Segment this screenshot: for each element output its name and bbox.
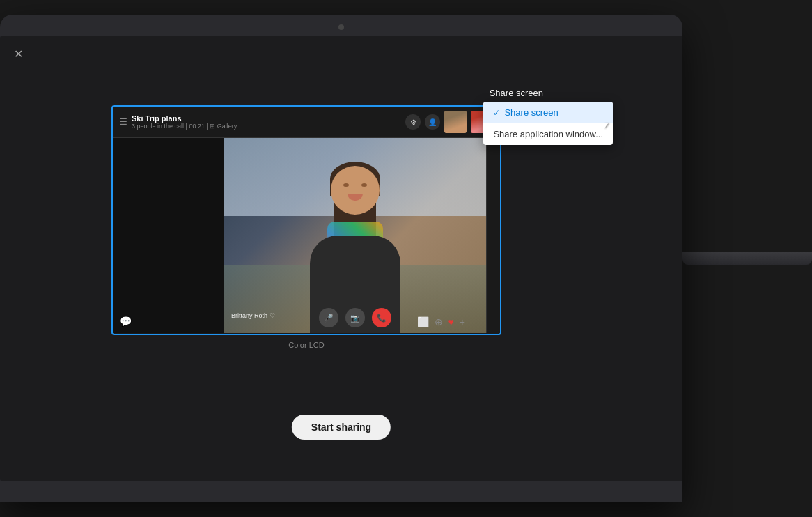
call-video-area: Brittany Roth ♡ 🎤 📷 📞 ⬜ ⊕ ♥ + <box>113 138 500 333</box>
screen-label: Color LCD <box>111 341 501 349</box>
dropdown-item-share-screen[interactable]: ✓ Share screen <box>483 102 613 123</box>
start-sharing-button[interactable]: Start sharing <box>292 415 391 440</box>
laptop-base <box>682 252 812 265</box>
video-name-tag: Brittany Roth ♡ <box>231 312 275 319</box>
chat-icon[interactable]: 💬 <box>120 316 132 327</box>
video-left-panel <box>113 138 224 333</box>
bottom-controls: ⬜ ⊕ ♥ + <box>417 316 466 327</box>
avatar-person1 <box>444 111 467 133</box>
video-main: Brittany Roth ♡ 🎤 📷 📞 ⬜ ⊕ ♥ + <box>224 138 486 333</box>
call-subtitle: 3 people in the call | 00:21 | ⊞ Gallery <box>132 123 237 130</box>
share-screen-label: Share screen <box>490 88 543 98</box>
end-call-button[interactable]: 📞 <box>372 308 391 327</box>
check-icon: ✓ <box>493 108 500 118</box>
screen-share-icon[interactable]: ⊕ <box>435 316 443 327</box>
laptop-screen: ✕ Share screen ✓ Share screen Share appl… <box>0 36 682 481</box>
call-controls: 🎤 📷 📞 <box>319 308 391 327</box>
hamburger-icon: ☰ <box>120 117 127 127</box>
call-window: ☰ Ski Trip plans 3 people in the call | … <box>111 105 501 335</box>
call-header-right: ⚙ 👤 <box>405 111 493 133</box>
add-icon[interactable]: + <box>460 316 465 327</box>
mouse-cursor <box>604 123 613 135</box>
dropdown-item-share-app-window[interactable]: Share application window... <box>483 123 613 145</box>
call-header: ☰ Ski Trip plans 3 people in the call | … <box>113 107 500 138</box>
fullscreen-icon[interactable]: ⬜ <box>417 316 429 327</box>
person-head <box>331 166 380 215</box>
call-title: Ski Trip plans <box>132 114 237 123</box>
close-button[interactable]: ✕ <box>11 47 25 61</box>
settings-icon-btn[interactable]: ⚙ <box>405 114 421 130</box>
call-title-area: ☰ Ski Trip plans 3 people in the call | … <box>120 114 237 130</box>
mic-button[interactable]: 🎤 <box>319 308 338 327</box>
video-right-panel <box>486 138 500 333</box>
share-screen-dropdown: ✓ Share screen Share application window.… <box>483 102 613 145</box>
camera-button[interactable]: 📷 <box>345 308 365 327</box>
people-icon-btn[interactable]: 👤 <box>425 114 440 130</box>
laptop-outer: ✕ Share screen ✓ Share screen Share appl… <box>0 15 682 502</box>
person-figure <box>292 152 418 333</box>
heart-icon[interactable]: ♥ <box>448 316 454 327</box>
laptop-camera <box>338 24 344 30</box>
call-title-group: Ski Trip plans 3 people in the call | 00… <box>132 114 237 130</box>
